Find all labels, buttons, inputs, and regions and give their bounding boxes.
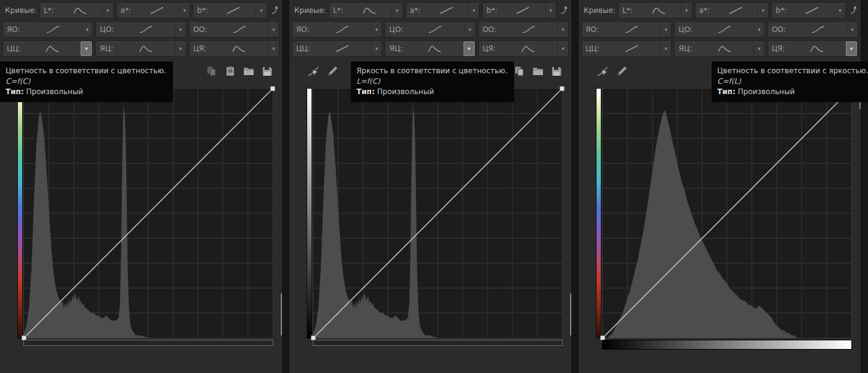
scrollbar-thumb[interactable] [281, 294, 282, 335]
chevron-down-icon[interactable]: ▾ [846, 41, 857, 56]
chevron-down-icon[interactable]: ▾ [268, 41, 279, 56]
peak-curve-icon [499, 44, 557, 53]
curve-combo[interactable]: ЯО:▾ [292, 22, 382, 38]
chevron-down-icon[interactable]: ▾ [846, 22, 858, 37]
curve-handle-high[interactable] [270, 86, 275, 91]
chevron-down-icon[interactable]: ▾ [268, 22, 279, 37]
curve-flyout-icon[interactable] [270, 2, 279, 18]
curve-handle-high[interactable] [560, 86, 565, 91]
curve-combo[interactable]: ОО:▾ [768, 22, 858, 38]
curve-combo[interactable]: L*:▾ [329, 2, 403, 18]
curve-combo[interactable]: ЦЯ:▾ [478, 41, 569, 57]
combos-row: L*:▾a*:▾b*:▾ [618, 2, 846, 18]
s-curve-icon [603, 25, 661, 34]
open-folder-icon[interactable] [242, 65, 255, 78]
tooltip-type-value: Произвольный [377, 87, 434, 96]
tooltip-cc-curve: Цветность в соответствии с цветностью. C… [0, 62, 173, 102]
chevron-down-icon[interactable]: ▾ [557, 22, 568, 37]
curve-combo[interactable]: L*:▾ [39, 2, 114, 18]
tooltip-type: Тип: Произвольный [6, 87, 166, 97]
tooltip-type-label: Тип: [6, 87, 24, 96]
chevron-down-icon[interactable]: ▾ [371, 22, 382, 37]
curve-combo[interactable]: b*:▾ [482, 2, 557, 18]
curve-combo[interactable]: ЦЯ:▾ [768, 41, 858, 57]
combo-label: a*: [406, 6, 424, 15]
curve-combo[interactable]: ЦО:▾ [385, 22, 475, 38]
save-icon[interactable] [260, 65, 274, 78]
chevron-down-icon[interactable]: ▾ [371, 41, 382, 56]
chevron-down-icon[interactable]: ▾ [660, 22, 671, 37]
peak-curve-icon [696, 44, 753, 53]
chevron-down-icon[interactable]: ▾ [834, 3, 845, 18]
combo-label: ЦО: [96, 25, 118, 34]
curve-select-row-3: ЦЦ:▾ЯЦ:▾ЦЯ:▾ [581, 41, 858, 57]
copy-icon[interactable] [205, 65, 219, 78]
tooltip-cl-curve: Цветность в соответствии с яркостью. C=f… [712, 62, 868, 102]
curve-combo[interactable]: ЦЦ:▾ [2, 41, 93, 57]
chevron-down-icon[interactable]: ▾ [464, 22, 475, 37]
combo-label: ЯО: [292, 25, 313, 34]
tooltip-title: Цветность в соответствии с яркостью. [717, 66, 868, 76]
chevron-down-icon[interactable]: ▾ [660, 41, 671, 56]
chevron-down-icon[interactable]: ▾ [179, 3, 190, 18]
chevron-down-icon[interactable]: ▾ [753, 22, 765, 37]
curves-label: Кривые: [292, 2, 326, 18]
peak-curve-icon [406, 44, 463, 53]
curve-combo[interactable]: ОО:▾ [189, 22, 279, 38]
chevron-down-icon[interactable]: ▾ [757, 3, 768, 18]
tooltip-title: Яркость в соответствии с цветностью. [356, 66, 507, 76]
curve-combo[interactable]: ЦЯ:▾ [189, 41, 279, 57]
combo-label: ЦО: [385, 25, 407, 34]
curve-combo[interactable]: L*:▾ [618, 2, 693, 18]
curve-combo[interactable]: b*:▾ [771, 2, 846, 18]
chevron-down-icon[interactable]: ▾ [545, 3, 556, 18]
chevron-down-icon[interactable]: ▾ [392, 3, 403, 18]
edit-point-icon[interactable] [307, 65, 320, 78]
curve-combo[interactable]: ЦО:▾ [674, 22, 765, 38]
curve-combo[interactable]: a*:▾ [695, 2, 770, 18]
chevron-down-icon[interactable]: ▾ [175, 41, 186, 56]
curve-combo[interactable]: b*:▾ [193, 2, 267, 18]
curve-editor-area[interactable] [23, 88, 273, 339]
curve-combo[interactable]: ЦО:▾ [95, 22, 186, 38]
combos-row: ЯО:▾ЦО:▾ОО:▾ [581, 22, 858, 38]
tooltip-type-value: Произвольный [738, 87, 795, 96]
save-icon[interactable] [550, 65, 563, 78]
curve-editor-area[interactable] [313, 88, 563, 339]
s-curve-icon [211, 25, 268, 34]
edit-point-icon[interactable] [596, 65, 609, 78]
curve-flyout-icon[interactable] [559, 2, 569, 18]
chevron-down-icon[interactable]: ▾ [81, 22, 92, 37]
scrollbar-thumb[interactable] [570, 294, 571, 335]
chevron-down-icon[interactable]: ▾ [175, 22, 186, 37]
paste-icon[interactable] [513, 65, 526, 78]
paste-icon[interactable] [223, 65, 237, 78]
curve-combo[interactable]: ОО:▾ [478, 22, 569, 38]
curve-combo[interactable]: a*:▾ [116, 2, 191, 18]
chevron-down-icon[interactable]: ▾ [464, 41, 475, 56]
chevron-down-icon[interactable]: ▾ [681, 3, 692, 18]
curve-combo[interactable]: ЯО:▾ [581, 22, 672, 38]
curve-combo[interactable]: ЯЦ:▾ [674, 41, 765, 57]
curve-combo[interactable]: ЯО:▾ [2, 22, 93, 38]
curve-select-row-lab: Кривые: L*:▾a*:▾b*:▾ [581, 2, 858, 18]
pencil-icon[interactable] [615, 65, 629, 78]
curve-flyout-icon[interactable] [848, 2, 858, 18]
curve-combo[interactable]: ЦЦ:▾ [581, 41, 672, 57]
curve-combo[interactable]: ЯЦ:▾ [385, 41, 475, 57]
curve-combo[interactable]: a*:▾ [406, 2, 480, 18]
pencil-icon[interactable] [326, 65, 339, 78]
curve-combo[interactable]: ЦЦ:▾ [292, 41, 382, 57]
peak-curve-icon [58, 6, 102, 15]
chevron-down-icon[interactable]: ▾ [255, 3, 267, 18]
open-folder-icon[interactable] [531, 65, 545, 78]
chevron-down-icon[interactable]: ▾ [557, 41, 568, 56]
chevron-down-icon[interactable]: ▾ [468, 3, 479, 18]
chevron-down-icon[interactable]: ▾ [81, 41, 92, 56]
combo-label: L*: [619, 6, 637, 15]
curve-combo[interactable]: ЯЦ:▾ [95, 41, 186, 57]
chevron-down-icon[interactable]: ▾ [102, 3, 113, 18]
chevron-down-icon[interactable]: ▾ [753, 41, 765, 56]
curve-editor-area[interactable] [602, 88, 852, 339]
combo-label: b*: [483, 6, 501, 15]
